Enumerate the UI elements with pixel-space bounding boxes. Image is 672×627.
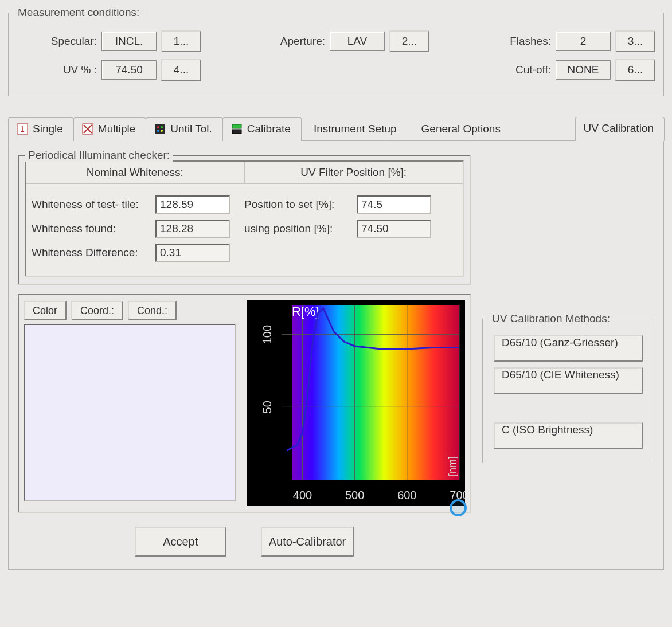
svg-text:50: 50 bbox=[261, 401, 274, 413]
svg-text:400: 400 bbox=[293, 489, 312, 501]
subtab-color[interactable]: Color bbox=[24, 301, 67, 320]
svg-rect-11 bbox=[232, 130, 241, 134]
flashes-label: Flashes: bbox=[494, 35, 551, 48]
whiteness-found-value bbox=[155, 220, 230, 238]
specular-value: INCL. bbox=[101, 32, 157, 51]
tab-calibrate[interactable]: Calibrate bbox=[222, 117, 302, 141]
measurement-conditions-group: Measurement conditions: Specular: INCL. … bbox=[8, 13, 664, 96]
calibrate-icon bbox=[231, 123, 243, 135]
uv-button[interactable]: 4... bbox=[161, 59, 201, 81]
cutoff-value: NONE bbox=[556, 60, 611, 80]
until-tol-icon bbox=[154, 123, 166, 135]
svg-text:100: 100 bbox=[261, 325, 274, 344]
subtab-coord[interactable]: Coord.: bbox=[71, 301, 123, 320]
svg-rect-12 bbox=[292, 305, 459, 480]
aperture-value: LAV bbox=[330, 32, 385, 51]
uv-label: UV % : bbox=[17, 64, 97, 76]
svg-rect-10 bbox=[232, 124, 241, 128]
tab-until-tol-label: Until Tol. bbox=[170, 123, 212, 135]
tab-instrument-setup-label: Instrument Setup bbox=[314, 123, 397, 135]
cutoff-label: Cut-off: bbox=[494, 64, 551, 76]
svg-point-8 bbox=[157, 130, 159, 132]
whiteness-difference-label: Whiteness Difference: bbox=[32, 246, 152, 259]
whiteness-found-label: Whiteness found: bbox=[32, 222, 152, 235]
specular-button[interactable]: 1... bbox=[161, 30, 201, 52]
tab-single[interactable]: 1 Single bbox=[8, 117, 74, 141]
reflectance-spectrum-chart: 40050060070050100R[%][nm] bbox=[247, 300, 465, 506]
single-icon: 1 bbox=[17, 123, 28, 135]
measurement-conditions-legend: Measurement conditions: bbox=[14, 6, 143, 19]
tab-until-tol[interactable]: Until Tol. bbox=[146, 117, 223, 141]
svg-rect-5 bbox=[155, 124, 165, 134]
checker-legend: Periodical Illuminant checker: bbox=[25, 149, 173, 162]
cutoff-button[interactable]: 6... bbox=[615, 59, 655, 81]
tab-general-options-label: General Options bbox=[421, 123, 501, 135]
uv-calibration-methods-legend: UV Calibration Methods: bbox=[489, 312, 614, 325]
tab-uv-calibration-label: UV Calibration bbox=[584, 122, 654, 135]
subtab-cond[interactable]: Cond.: bbox=[128, 301, 177, 320]
accept-button[interactable]: Accept bbox=[135, 527, 226, 557]
tab-instrument-setup[interactable]: Instrument Setup bbox=[301, 118, 409, 141]
method-d65-ganz-griesser-button[interactable]: D65/10 (Ganz-Griesser) bbox=[494, 335, 643, 362]
preview-and-chart-area: Color Coord.: Cond.: 40050060070050100R[… bbox=[18, 294, 471, 513]
auto-calibrator-button[interactable]: Auto-Calibrator bbox=[261, 527, 354, 557]
aperture-button[interactable]: 2... bbox=[389, 30, 429, 52]
svg-text:600: 600 bbox=[397, 489, 416, 501]
uv-calibration-panel: Periodical Illuminant checker: Nominal W… bbox=[8, 141, 664, 570]
using-position-label: using position [%]: bbox=[244, 222, 353, 235]
svg-point-9 bbox=[161, 130, 163, 132]
tab-multiple-label: Multiple bbox=[98, 123, 135, 135]
specular-label: Specular: bbox=[17, 35, 97, 48]
svg-text:500: 500 bbox=[345, 489, 364, 501]
multiple-icon bbox=[82, 123, 93, 135]
svg-text:R[%]: R[%] bbox=[292, 304, 319, 319]
uv-filter-position-header: UV Filter Position [%]: bbox=[244, 162, 463, 184]
svg-point-6 bbox=[157, 126, 159, 128]
color-swatch bbox=[24, 324, 236, 501]
tab-uv-calibration[interactable]: UV Calibration bbox=[575, 117, 665, 141]
uv-value: 74.50 bbox=[101, 60, 157, 80]
uv-calibration-methods-group: UV Calibration Methods: D65/10 (Ganz-Gri… bbox=[482, 319, 654, 463]
flashes-button[interactable]: 3... bbox=[615, 30, 655, 52]
using-position-value bbox=[357, 220, 431, 238]
nominal-whiteness-header: Nominal Whiteness: bbox=[26, 162, 244, 184]
method-c-iso-brightness-button[interactable]: C (ISO Brightness) bbox=[494, 422, 643, 449]
position-to-set-input[interactable] bbox=[357, 195, 431, 214]
tab-general-options[interactable]: General Options bbox=[409, 118, 513, 141]
tab-multiple[interactable]: Multiple bbox=[73, 117, 146, 141]
svg-text:700: 700 bbox=[450, 489, 465, 501]
whiteness-difference-value bbox=[155, 244, 230, 262]
whiteness-test-tile-input[interactable] bbox=[155, 195, 230, 214]
periodical-illuminant-checker-group: Periodical Illuminant checker: Nominal W… bbox=[18, 155, 471, 285]
svg-text:[nm]: [nm] bbox=[447, 456, 458, 476]
position-to-set-label: Position to set [%]: bbox=[244, 198, 353, 211]
method-d65-cie-whiteness-button[interactable]: D65/10 (CIE Whiteness) bbox=[494, 367, 643, 394]
tab-calibrate-label: Calibrate bbox=[247, 123, 291, 135]
aperture-label: Aperture: bbox=[262, 35, 325, 48]
svg-text:1: 1 bbox=[20, 124, 25, 134]
tab-single-label: Single bbox=[33, 123, 63, 135]
svg-point-7 bbox=[161, 126, 163, 128]
whiteness-test-tile-label: Whiteness of test- tile: bbox=[32, 198, 152, 211]
tab-strip: 1 Single Multiple Until Tol. Calibrate I… bbox=[8, 117, 664, 141]
flashes-value: 2 bbox=[556, 32, 611, 51]
